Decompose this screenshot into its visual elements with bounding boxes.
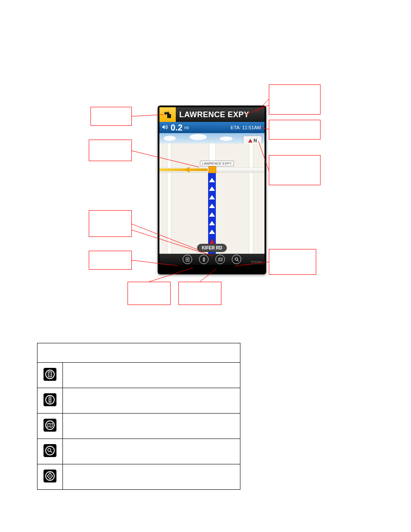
svg-point-19	[50, 398, 51, 399]
callout-toolbar-btn3	[178, 282, 221, 305]
callout-compass	[269, 155, 321, 185]
table-header-row	[37, 343, 240, 363]
callout-toolbar-btn1	[89, 251, 132, 270]
svg-point-29	[50, 476, 51, 477]
turn-preview-arrow-icon	[184, 167, 190, 173]
traffic-button[interactable]	[199, 255, 209, 264]
speaker-icon[interactable]	[162, 124, 168, 131]
route-chevron-icon	[209, 195, 215, 199]
phone-mockup: LAWRENCE EXPY 0.2 mi ETA: 11:51AM N	[158, 106, 266, 274]
route-chevron-icon	[209, 221, 215, 225]
table-row	[37, 414, 240, 439]
callout-toolbar-btn2	[128, 282, 171, 305]
traffic-icon	[44, 393, 56, 406]
svg-point-7	[203, 260, 204, 261]
icon-cell	[37, 388, 63, 414]
turn-preview-line	[159, 168, 208, 171]
phone-screen: LAWRENCE EXPY 0.2 mi ETA: 11:51AM N	[159, 107, 265, 265]
svg-line-27	[50, 451, 52, 453]
compass-label: N	[254, 138, 257, 143]
desc-cell	[63, 363, 240, 388]
callout-next-turn-road	[269, 84, 321, 115]
route-chevron-icon	[209, 178, 215, 182]
route-chevron-icon	[209, 230, 215, 234]
next-turn-road: LAWRENCE EXPY	[176, 110, 265, 119]
svg-point-26	[48, 448, 51, 451]
distance-unit: mi	[184, 125, 189, 130]
callout-map-label	[89, 140, 132, 161]
callout-eta	[269, 120, 321, 140]
turn-left-icon[interactable]	[159, 107, 176, 122]
svg-line-11	[237, 260, 238, 261]
map-road-label: LAWRENCE EXPY	[200, 161, 234, 166]
icon-legend-table	[37, 343, 240, 490]
search-icon	[44, 444, 56, 457]
desc-cell	[63, 439, 240, 464]
callout-current-road	[89, 210, 132, 237]
route-summary-icon	[44, 368, 56, 381]
map-area[interactable]: LAWRENCE EXPY KIFER RD	[159, 143, 265, 254]
icon-cell	[37, 464, 63, 490]
table-row	[37, 439, 240, 464]
table-row	[37, 388, 240, 414]
desc-cell	[63, 414, 240, 439]
route-summary-button[interactable]	[183, 255, 192, 264]
brand-label: telenav	[251, 260, 262, 264]
nav-toolbar: telenav	[159, 254, 265, 265]
map-view-button[interactable]	[215, 255, 225, 264]
svg-point-21	[50, 401, 51, 402]
svg-point-10	[235, 258, 237, 260]
desc-cell	[63, 388, 240, 414]
callout-next-turn-icon	[90, 107, 132, 126]
route-chevron-icon	[209, 212, 215, 217]
table-row	[37, 464, 240, 490]
callout-toolbar-btn4	[269, 249, 316, 275]
distance-value: 0.2	[171, 123, 183, 133]
intersection-node	[209, 165, 216, 173]
eta-label: ETA: 11:51AM	[230, 125, 261, 130]
svg-point-22	[46, 421, 54, 429]
map-view-icon	[44, 419, 56, 432]
compass-arrow-icon	[248, 139, 252, 143]
nav-header: LAWRENCE EXPY	[159, 107, 265, 122]
svg-point-20	[50, 399, 51, 401]
nav-subheader: 0.2 mi ETA: 11:51AM	[159, 122, 265, 133]
icon-cell	[37, 414, 63, 439]
svg-point-6	[203, 259, 204, 260]
svg-point-25	[46, 446, 54, 455]
document-page: LAWRENCE EXPY 0.2 mi ETA: 11:51AM N	[0, 0, 411, 532]
search-button[interactable]	[232, 255, 241, 264]
current-road-label: KIFER RD	[197, 244, 227, 252]
end-trip-icon	[44, 470, 56, 482]
desc-cell	[63, 464, 240, 490]
table-row	[37, 363, 240, 388]
icon-cell	[37, 439, 63, 464]
icon-cell	[37, 363, 63, 388]
route-chevron-icon	[209, 187, 215, 191]
table-header-cell	[37, 343, 240, 363]
route-chevron-icon	[209, 204, 215, 208]
svg-point-5	[203, 258, 204, 259]
